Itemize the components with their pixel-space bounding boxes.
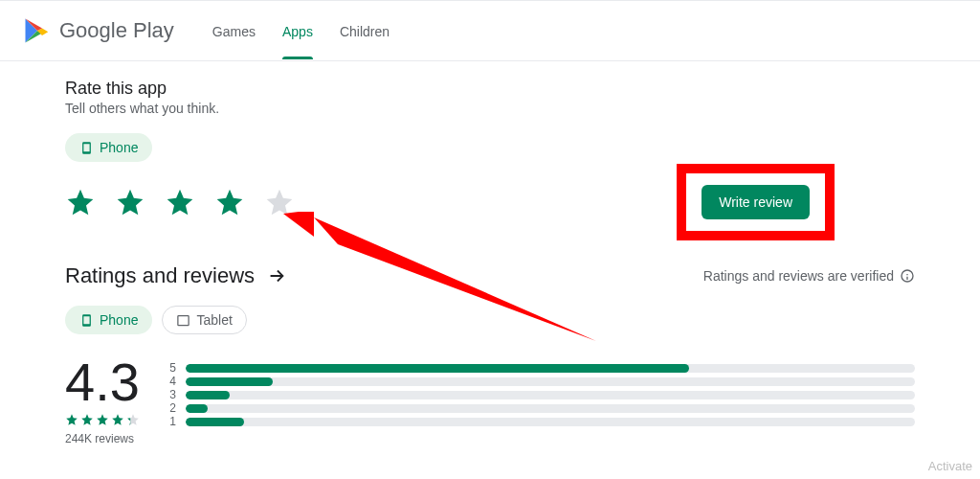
phone-icon — [79, 141, 94, 155]
review-count: 244K reviews — [65, 432, 140, 445]
rating-summary: 4.3 244K reviews 54321 — [65, 355, 915, 445]
rate-subtitle: Tell others what you think. — [65, 101, 915, 116]
dist-track — [186, 418, 915, 426]
chip-tablet[interactable]: Tablet — [162, 306, 246, 334]
avg-star-3 — [96, 413, 109, 426]
info-icon — [900, 268, 915, 284]
device-chip-label: Phone — [100, 140, 138, 155]
rate-star-3[interactable] — [165, 187, 195, 217]
avg-star-4 — [111, 413, 124, 426]
dist-fill — [186, 391, 230, 399]
rate-star-2[interactable] — [115, 187, 145, 217]
top-nav: Games Apps Children — [212, 3, 390, 58]
nav-children[interactable]: Children — [340, 3, 390, 58]
dist-label: 4 — [167, 375, 176, 388]
phone-icon — [79, 313, 94, 328]
dist-fill — [186, 418, 244, 426]
rate-star-5[interactable] — [264, 187, 295, 217]
chip-phone[interactable]: Phone — [65, 306, 152, 334]
dist-row-3: 3 — [167, 388, 915, 401]
rate-row: Write review — [65, 185, 915, 219]
write-review-wrap: Write review — [702, 185, 810, 219]
dist-fill — [186, 404, 208, 413]
dist-label: 1 — [167, 415, 176, 428]
dist-row-4: 4 — [167, 375, 915, 388]
dist-track — [186, 404, 915, 413]
reviews-header-row: Ratings and reviews Ratings and reviews … — [65, 263, 915, 288]
device-filter-chips: Phone Tablet — [65, 306, 915, 334]
main-content: Rate this app Tell others what you think… — [0, 61, 980, 445]
verified-text: Ratings and reviews are verified — [703, 268, 894, 284]
nav-games[interactable]: Games — [212, 3, 256, 58]
os-activate-hint: Activate — [928, 459, 972, 473]
brand-text: Google Play — [59, 18, 174, 43]
reviews-title: Ratings and reviews — [65, 263, 255, 288]
avg-star-2 — [80, 413, 94, 426]
device-chip-phone[interactable]: Phone — [65, 133, 152, 162]
avg-star-1 — [65, 413, 78, 426]
dist-track — [186, 364, 915, 373]
dist-row-2: 2 — [167, 401, 915, 415]
header: Google Play Games Apps Children — [0, 0, 980, 61]
dist-label: 2 — [167, 401, 176, 415]
rate-title: Rate this app — [65, 79, 915, 99]
rating-stars — [65, 187, 295, 217]
average-score: 4.3 — [65, 355, 140, 409]
rate-star-1[interactable] — [65, 187, 96, 217]
write-review-button[interactable]: Write review — [702, 185, 810, 219]
dist-track — [186, 377, 915, 386]
reviews-title-wrap[interactable]: Ratings and reviews — [65, 263, 287, 288]
average-block: 4.3 244K reviews — [65, 355, 140, 445]
nav-apps[interactable]: Apps — [282, 3, 313, 58]
rate-star-4[interactable] — [214, 187, 245, 217]
logo[interactable]: Google Play — [23, 16, 174, 45]
dist-row-1: 1 — [167, 415, 915, 428]
dist-track — [186, 391, 915, 399]
arrow-right-icon — [266, 265, 287, 286]
dist-label: 5 — [167, 361, 176, 375]
verified-label[interactable]: Ratings and reviews are verified — [703, 268, 915, 284]
average-stars — [65, 413, 140, 426]
rating-distribution: 54321 — [167, 355, 915, 445]
play-store-icon — [23, 16, 52, 45]
tablet-icon — [176, 313, 190, 328]
chip-phone-label: Phone — [100, 312, 138, 328]
avg-star-5 — [126, 413, 140, 426]
dist-row-5: 5 — [167, 361, 915, 375]
dist-fill — [186, 364, 689, 373]
dist-fill — [186, 377, 273, 386]
dist-label: 3 — [167, 388, 176, 401]
chip-tablet-label: Tablet — [196, 312, 232, 328]
